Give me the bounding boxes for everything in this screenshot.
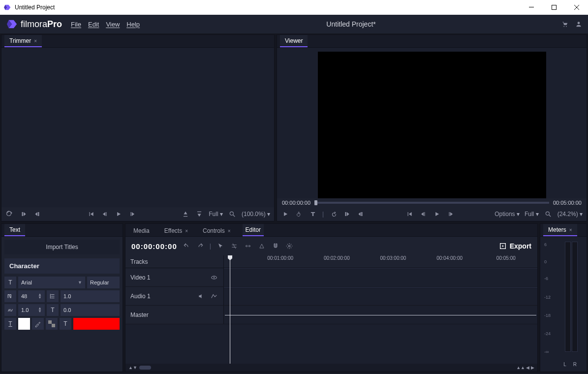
step-fwd-icon[interactable] <box>128 210 137 218</box>
font-select[interactable]: Arial▼ <box>18 277 85 288</box>
maximize-button[interactable] <box>543 0 565 15</box>
viewer-zoom[interactable]: (24.2%) ▾ <box>557 211 583 218</box>
size-input[interactable]: 48▲▼ <box>18 290 45 302</box>
close-icon[interactable]: × <box>569 227 572 233</box>
slice-tool-icon[interactable] <box>230 242 239 250</box>
viewer-canvas[interactable] <box>318 52 546 198</box>
undo-icon[interactable] <box>182 242 191 250</box>
step-back-icon[interactable] <box>419 210 428 218</box>
tracking-input[interactable]: 1.0▲▼ <box>18 304 45 316</box>
envelope-icon[interactable] <box>210 292 218 301</box>
meters-panel: Meters× 6 0 -6 -12 -18 -24 -∞ LR <box>540 223 587 372</box>
step-fwd-icon[interactable] <box>446 210 455 218</box>
cart-icon[interactable] <box>560 20 569 29</box>
zoom-icon[interactable] <box>228 210 237 218</box>
editor-panel: Media Effects× Controls× Editor 00:00:00… <box>125 223 538 372</box>
out-point-icon[interactable] <box>33 210 42 218</box>
menu-edit[interactable]: Edit <box>86 20 101 29</box>
character-section: Character <box>4 258 120 274</box>
eyedropper-icon[interactable] <box>32 318 44 330</box>
tracks-label: Tracks <box>125 255 224 268</box>
timeline[interactable]: Tracks 00:01:00:00 00:02:00:00 00:03:00:… <box>125 255 537 364</box>
tab-effects[interactable]: Effects× <box>161 225 191 236</box>
close-button[interactable] <box>565 0 588 15</box>
leading-input[interactable]: 1.0 <box>61 290 120 302</box>
tab-editor[interactable]: Editor <box>243 224 264 236</box>
trimmer-res[interactable]: Full ▾ <box>209 211 223 218</box>
loop-icon[interactable] <box>329 210 338 218</box>
tab-controls[interactable]: Controls× <box>200 225 234 236</box>
gear-icon[interactable] <box>285 242 294 250</box>
underline-icon[interactable]: T <box>4 318 16 330</box>
go-start-icon[interactable] <box>87 210 95 218</box>
app-icon <box>4 3 12 11</box>
slider-knob[interactable] <box>314 200 317 205</box>
hand-icon[interactable] <box>295 210 304 218</box>
go-start-icon[interactable] <box>405 210 414 218</box>
svg-point-20 <box>214 277 215 278</box>
logo-text-b: Pro <box>47 19 62 30</box>
snap-icon[interactable] <box>271 242 280 250</box>
timecode[interactable]: 00:00:00:00 <box>131 242 177 250</box>
outline-icon[interactable]: T <box>60 318 71 330</box>
track-master[interactable]: Master <box>125 306 537 324</box>
menubar: filmoraPro File Edit View Help Untitled … <box>0 15 588 33</box>
mark-out-icon[interactable] <box>195 210 204 218</box>
svg-point-8 <box>563 26 564 27</box>
close-icon[interactable]: × <box>228 228 231 234</box>
tab-viewer[interactable]: Viewer <box>280 35 308 47</box>
menu-help[interactable]: Help <box>124 20 142 29</box>
tab-meters-label: Meters <box>548 226 566 233</box>
in-point-icon[interactable] <box>342 210 351 218</box>
time-ruler[interactable]: 00:01:00:00 00:02:00:00 00:03:00:00 00:0… <box>224 255 537 268</box>
track-video1[interactable]: Video 1 <box>125 268 537 287</box>
svg-rect-15 <box>48 320 52 324</box>
minimize-button[interactable] <box>520 0 543 15</box>
close-icon[interactable]: × <box>185 228 188 234</box>
viewer-options[interactable]: Options ▾ <box>495 211 520 218</box>
slip-tool-icon[interactable] <box>244 242 252 250</box>
text-icon[interactable] <box>309 210 317 218</box>
zoom-icon[interactable] <box>544 210 553 218</box>
tab-meters[interactable]: Meters× <box>543 224 577 236</box>
loop-icon[interactable] <box>5 210 14 218</box>
menu-view[interactable]: View <box>104 20 122 29</box>
mark-in-icon[interactable] <box>181 210 190 218</box>
speaker-icon[interactable] <box>197 292 206 301</box>
close-icon[interactable]: × <box>34 38 37 44</box>
step-back-icon[interactable] <box>100 210 109 218</box>
svg-rect-2 <box>529 7 534 7</box>
track-audio1[interactable]: Audio 1 <box>125 287 537 306</box>
in-point-icon[interactable] <box>19 210 28 218</box>
select-tool-icon[interactable] <box>216 242 225 250</box>
tick: 00:03:00:00 <box>380 255 406 261</box>
user-icon[interactable] <box>574 20 583 29</box>
tick: 00:04:00:00 <box>436 255 463 261</box>
eye-icon[interactable] <box>210 273 218 282</box>
export-button[interactable]: Export <box>499 242 531 250</box>
play-icon[interactable] <box>281 210 290 218</box>
viewer-res[interactable]: Full ▾ <box>525 211 539 218</box>
menu-file[interactable]: File <box>69 20 83 29</box>
weight-select[interactable]: Regular <box>87 277 120 288</box>
logo-icon <box>7 19 18 30</box>
viewer-panel: Viewer 00:00:00:00 00:05:00:00 | <box>277 34 587 221</box>
checker-icon[interactable] <box>46 318 58 330</box>
timeline-zoom-bar[interactable]: ▲▼ ▲▲ ◀ ▶ <box>125 364 537 372</box>
tab-trimmer[interactable]: Trimmer× <box>4 35 42 47</box>
leading-icon <box>47 290 59 302</box>
trimmer-zoom[interactable]: (100.0%) ▾ <box>242 211 270 218</box>
tab-media[interactable]: Media <box>130 225 153 236</box>
meter-L: L <box>563 362 566 369</box>
outline-color[interactable] <box>73 318 120 330</box>
baseline-input[interactable]: 0.0 <box>61 304 120 316</box>
tab-text[interactable]: Text <box>4 224 25 236</box>
rate-tool-icon[interactable] <box>257 242 266 250</box>
redo-icon[interactable] <box>196 242 205 250</box>
viewer-slider[interactable] <box>314 202 549 204</box>
fill-color[interactable] <box>18 318 30 330</box>
play-icon[interactable] <box>114 210 123 218</box>
import-titles-button[interactable]: Import Titles <box>4 240 120 254</box>
play-icon[interactable] <box>433 210 441 218</box>
out-point-icon[interactable] <box>356 210 365 218</box>
